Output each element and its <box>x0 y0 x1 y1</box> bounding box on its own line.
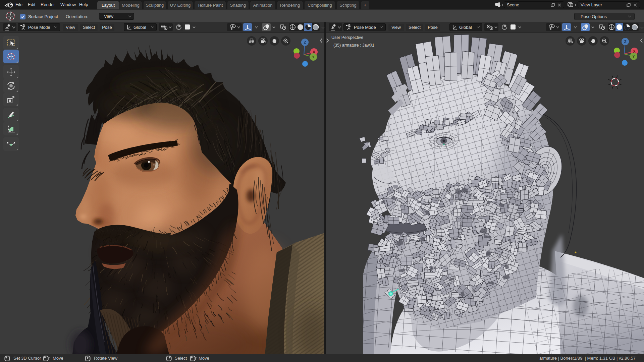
svg-text:(35) armature : Jaw01: (35) armature : Jaw01 <box>333 43 374 48</box>
svg-text:Z: Z <box>304 40 306 44</box>
svg-text:User Perspective: User Perspective <box>331 35 363 40</box>
svg-text:Y: Y <box>312 55 315 59</box>
svg-text:Z: Z <box>624 40 627 44</box>
svg-text:Y: Y <box>632 54 635 58</box>
